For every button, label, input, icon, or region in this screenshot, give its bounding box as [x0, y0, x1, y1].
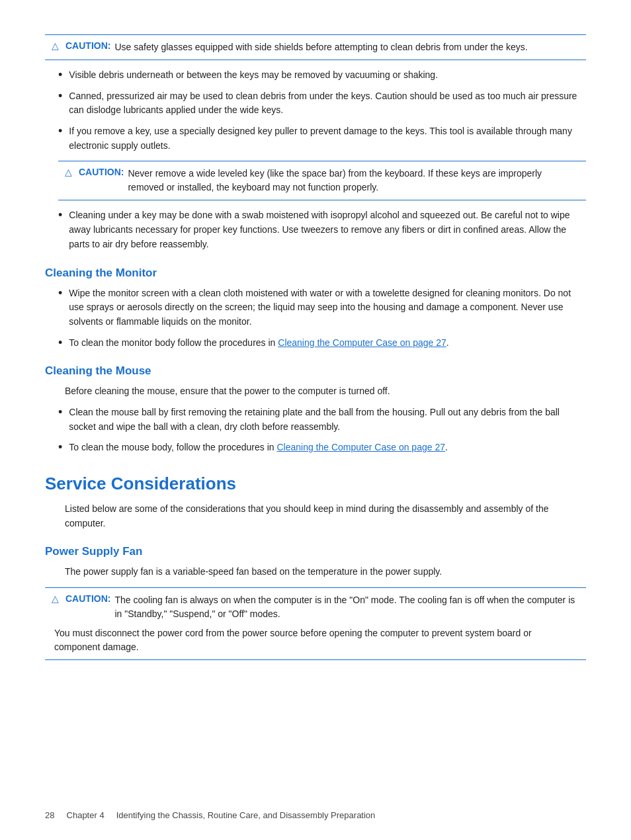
bullet-icon: • [58, 405, 62, 420]
bullet-icon: • [58, 441, 62, 455]
caution-text-3: The cooling fan is always on when the co… [114, 593, 579, 621]
bullet-icon: • [58, 68, 62, 83]
list-item-text: To clean the mouse body, follow the proc… [69, 441, 448, 455]
cleaning-mouse-intro: Before cleaning the mouse, ensure that t… [45, 384, 586, 399]
list-item: • To clean the mouse body, follow the pr… [58, 441, 586, 455]
caution-label-2: CAUTION: [79, 167, 124, 177]
list-item-text: Clean the mouse ball by first removing t… [69, 405, 586, 434]
caution-label-1: CAUTION: [65, 40, 110, 51]
list-item-text: Cleaning under a key may be done with a … [69, 208, 586, 251]
page-footer: 28 Chapter 4 Identifying the Chassis, Ro… [45, 810, 375, 820]
list-item: • Cleaning under a key may be done with … [58, 208, 586, 251]
bullet-icon: • [58, 336, 62, 351]
chapter-title: Identifying the Chassis, Routine Care, a… [116, 810, 376, 820]
caution-box-1: △ CAUTION: Use safety glasses equipped w… [45, 34, 586, 60]
service-considerations-heading: Service Considerations [45, 474, 586, 494]
caution-label-3: CAUTION: [65, 593, 110, 604]
caution-triangle-icon-1: △ [52, 40, 59, 51]
caution-box-2: △ CAUTION: Never remove a wide leveled k… [58, 161, 586, 200]
cleaning-monitor-heading: Cleaning the Monitor [45, 267, 586, 280]
power-supply-fan-text: The power supply fan is a variable-speed… [45, 565, 586, 579]
page-number: 28 [45, 810, 54, 820]
mouse-cleaning-list: • Clean the mouse ball by first removing… [58, 405, 586, 455]
keyboard-cleaning-list-2: • Cleaning under a key may be done with … [58, 208, 586, 251]
service-considerations-intro: Listed below are some of the considerati… [45, 502, 586, 530]
chapter-label: Chapter 4 [67, 810, 105, 820]
cleaning-computer-case-link-2[interactable]: Cleaning the Computer Case on page 27 [276, 442, 445, 452]
list-item: • Visible debris underneath or between t… [58, 68, 586, 83]
list-item: • If you remove a key, use a specially d… [58, 124, 586, 153]
caution-triangle-icon-3: △ [52, 593, 59, 604]
list-item-text: Visible debris underneath or between the… [69, 68, 438, 83]
list-item-text: Wipe the monitor screen with a clean clo… [69, 286, 586, 329]
list-item-text: To clean the monitor body follow the pro… [69, 336, 448, 351]
caution-text-2: Never remove a wide leveled key (like th… [128, 167, 579, 194]
list-item: • To clean the monitor body follow the p… [58, 336, 586, 351]
list-item-text: Canned, pressurized air may be used to c… [69, 89, 586, 118]
list-item: • Wipe the monitor screen with a clean c… [58, 286, 586, 329]
caution-text-1: Use safety glasses equipped with side sh… [114, 40, 527, 54]
power-supply-fan-heading: Power Supply Fan [45, 545, 586, 558]
cleaning-computer-case-link-1[interactable]: Cleaning the Computer Case on page 27 [278, 337, 446, 348]
cleaning-mouse-heading: Cleaning the Mouse [45, 364, 586, 378]
keyboard-cleaning-list: • Visible debris underneath or between t… [58, 68, 586, 153]
caution-box-3: △ CAUTION: The cooling fan is always on … [45, 587, 586, 660]
bullet-icon: • [58, 286, 62, 301]
caution3-bottom-text: You must disconnect the power cord from … [52, 626, 579, 654]
bullet-icon: • [58, 124, 62, 139]
list-item-text: If you remove a key, use a specially des… [69, 124, 586, 153]
bullet-icon: • [58, 89, 62, 104]
list-item: • Canned, pressurized air may be used to… [58, 89, 586, 118]
list-item: • Clean the mouse ball by first removing… [58, 405, 586, 434]
caution-triangle-icon-2: △ [65, 167, 72, 177]
bullet-icon: • [58, 208, 62, 223]
monitor-cleaning-list: • Wipe the monitor screen with a clean c… [58, 286, 586, 351]
